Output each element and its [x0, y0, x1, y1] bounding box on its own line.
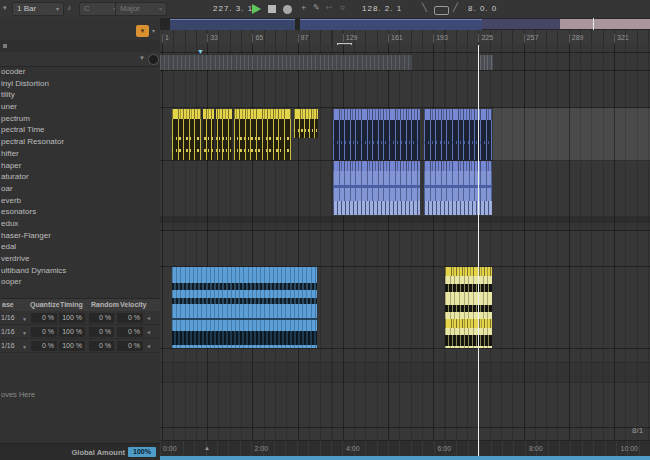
arrangement-position-field[interactable]: 227. 3. 1 [213, 4, 253, 13]
automation-arm-icon[interactable]: ✎ [313, 3, 320, 12]
groove-base-dropdown[interactable]: 1/16▼ [0, 313, 15, 323]
browser-device-item[interactable]: uner [0, 101, 160, 113]
groove-commit-icon[interactable]: ◂ [147, 313, 150, 323]
search-dot-icon [3, 44, 7, 48]
quantize-menu-caret-icon[interactable]: ▾ [3, 4, 7, 12]
insert-marker-icon[interactable]: ▼ [197, 48, 204, 55]
stop-button[interactable] [268, 5, 276, 13]
browser-device-item[interactable]: haser-Flanger [0, 230, 160, 242]
groove-value-cell[interactable]: 100 % [59, 313, 85, 323]
groove-commit-icon[interactable]: ◂ [147, 327, 150, 337]
browser-device-item[interactable]: esonators [0, 206, 160, 218]
overview-clip-segment [482, 19, 560, 29]
browser-device-item[interactable]: pectral Resonator [0, 136, 160, 148]
punch-in-icon[interactable]: ╲ [422, 3, 427, 12]
clip-header [333, 109, 420, 120]
browser-device-item[interactable]: verdrive [0, 253, 160, 265]
groove-value-cell[interactable]: 0 % [89, 313, 114, 323]
filter-toggle-button[interactable]: ▼ [136, 25, 149, 37]
clip-header [445, 267, 492, 276]
browser-device-item[interactable]: inyl Distortion [0, 78, 160, 90]
groove-value-cell[interactable]: 0 % [117, 327, 143, 337]
time-label: 4:00 [346, 445, 360, 452]
midi-overdub-icon[interactable]: + [301, 3, 306, 13]
loop-length-field[interactable]: 8. 0. 0 [468, 4, 497, 13]
capture-midi-icon[interactable]: ○ [340, 3, 345, 12]
browser-device-item[interactable]: ultiband Dynamics [0, 265, 160, 277]
clip-blue-light-2[interactable] [424, 161, 492, 215]
track-divider [160, 348, 650, 349]
loop-start-field[interactable]: 128. 2. 1 [362, 4, 402, 13]
browser-device-item[interactable]: edal [0, 241, 160, 253]
browser-device-item[interactable]: pectral Time [0, 124, 160, 136]
record-button[interactable] [283, 5, 292, 14]
browser-device-item[interactable]: aturator [0, 171, 160, 183]
quantization-value: 1 Bar [17, 4, 36, 13]
browser-device-item[interactable]: everb [0, 195, 160, 207]
browser-header: ▼ ▾ [0, 18, 160, 41]
filter-caret-icon[interactable]: ▾ [152, 27, 155, 34]
browser-device-item[interactable]: hifter [0, 148, 160, 160]
groove-row[interactable]: 1/16▼0 %100 %0 %0 %◂ [0, 339, 160, 353]
scale-name-dropdown[interactable]: Major ▾ [115, 2, 167, 16]
clip-blue-dark-2[interactable] [424, 109, 492, 160]
browser-device-item[interactable]: ooper [0, 276, 160, 288]
clip-yellow-short[interactable] [294, 109, 318, 138]
browser-device-item[interactable]: ocoder [0, 66, 160, 78]
scale-icon[interactable]: ♪ [67, 3, 71, 12]
beat-time-ruler[interactable]: 1336597129161193225257289321 [160, 30, 650, 46]
funnel-icon[interactable]: ▼ [139, 55, 145, 61]
track-divider [160, 107, 650, 108]
waveform-band [445, 335, 492, 346]
waveform-band [172, 298, 317, 304]
browser-device-item[interactable]: pectrum [0, 113, 160, 125]
clip-grey-long[interactable] [160, 55, 412, 70]
browser-device-item[interactable]: tility [0, 89, 160, 101]
scroll-position-triangle-icon[interactable]: ▲ [204, 445, 210, 452]
groove-row[interactable]: 1/16▼0 %100 %0 %0 %◂ [0, 311, 160, 325]
groove-row[interactable]: 1/16▼0 %100 %0 %0 %◂ [0, 325, 160, 339]
scale-name-value: Major [120, 4, 140, 13]
browser-device-item[interactable]: oar [0, 183, 160, 195]
re-enable-automation-icon[interactable]: ↩ [326, 3, 333, 12]
groove-column-header: Velocity [120, 301, 146, 308]
waveform-band [445, 305, 492, 312]
clip-header [445, 319, 492, 328]
clip-yellow-lower[interactable] [445, 267, 492, 348]
horizontal-zoom-scrollbar[interactable] [160, 456, 650, 460]
clip-header [333, 161, 420, 171]
global-amount-value[interactable]: 100% [128, 447, 156, 457]
groove-value-cell[interactable]: 0 % [117, 341, 143, 351]
browser-device-item[interactable]: haper [0, 160, 160, 172]
groove-value-cell[interactable]: 0 % [117, 313, 143, 323]
device-list: ocoderinyl Distortiontilityunerpectrumpe… [0, 66, 160, 304]
groove-value-cell[interactable]: 100 % [59, 341, 85, 351]
groove-value-cell[interactable]: 0 % [89, 341, 114, 351]
time-label: 6:00 [438, 445, 452, 452]
groove-value-cell[interactable]: 0 % [31, 313, 57, 323]
groove-value-cell[interactable]: 0 % [31, 327, 57, 337]
groove-value-cell[interactable]: 0 % [89, 327, 114, 337]
clip-cyan-block[interactable] [172, 267, 317, 348]
clip-blue-dark-1[interactable] [333, 109, 420, 160]
groove-base-dropdown[interactable]: 1/16▼ [0, 327, 15, 337]
clip-yellow-main[interactable] [172, 109, 291, 160]
hot-swap-icon[interactable] [148, 54, 159, 65]
quantization-dropdown[interactable]: 1 Bar ▾ [12, 2, 64, 16]
groove-value-cell[interactable]: 100 % [59, 327, 85, 337]
loop-switch-icon[interactable] [434, 6, 449, 15]
ableton-live-window: ▾ 1 Bar ▾ ♪ C ▾ Major ▾ 227. 3. 1 + ✎ ↩ … [0, 0, 650, 460]
clip-grey-small[interactable] [480, 55, 493, 70]
groove-value-cell[interactable]: 0 % [31, 341, 57, 351]
play-button[interactable] [252, 4, 261, 14]
browser-filter-row[interactable]: ▼ [0, 52, 160, 67]
groove-commit-icon[interactable]: ◂ [147, 341, 150, 351]
time-ruler[interactable]: ▲ 0:002:004:006:008:0010:00 [160, 440, 650, 457]
groove-base-dropdown[interactable]: 1/16▼ [0, 341, 15, 351]
waveform-band [424, 141, 492, 144]
browser-device-item[interactable]: edux [0, 218, 160, 230]
clip-blue-light-1[interactable] [333, 161, 420, 215]
punch-out-icon[interactable]: ╱ [453, 3, 458, 12]
clip-gap [232, 109, 234, 160]
playhead [478, 45, 479, 456]
